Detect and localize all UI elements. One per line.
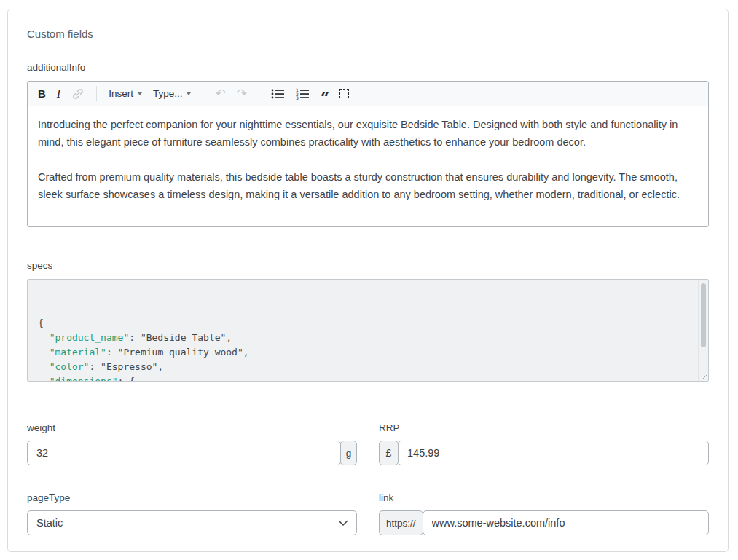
rich-text-content[interactable]: Introducing the perfect companion for yo… <box>28 106 708 226</box>
italic-button[interactable]: I <box>57 86 60 102</box>
link-input-group: https:// <box>379 510 709 535</box>
currency-prefix: £ <box>379 441 399 465</box>
link-input[interactable] <box>423 510 709 535</box>
rich-text-toolbar: B I Insert Type... <box>28 82 708 106</box>
weight-label: weight <box>27 422 357 434</box>
insert-dropdown[interactable]: Insert <box>109 86 142 102</box>
page-type-label: pageType <box>27 492 357 504</box>
field-link: link https:// <box>379 492 709 535</box>
rrp-input-group: £ <box>379 441 709 465</box>
paragraph: Introducing the perfect companion for yo… <box>38 116 698 151</box>
field-specs: specs { "product_name": "Bedside Table",… <box>27 260 709 382</box>
toolbar-divider <box>259 86 259 101</box>
link-label: link <box>379 492 709 504</box>
rich-text-editor: B I Insert Type... <box>27 81 709 227</box>
bullet-list-icon[interactable] <box>271 86 285 102</box>
specs-code-editor[interactable]: { "product_name": "Bedside Table", "mate… <box>27 279 709 382</box>
field-weight: weight g <box>27 422 357 465</box>
field-additional-info: additionalInfo B I Insert <box>27 62 709 227</box>
numbered-list-icon[interactable]: 123 <box>296 86 310 102</box>
toolbar-divider <box>203 86 203 101</box>
bold-button[interactable]: B <box>38 86 46 102</box>
scrollbar-thumb[interactable] <box>701 283 706 347</box>
weight-input[interactable] <box>27 441 341 465</box>
link-icon[interactable] <box>71 86 85 102</box>
paragraph: Crafted from premium quality materials, … <box>38 168 698 203</box>
weight-input-group: g <box>27 441 357 465</box>
field-rrp: RRP £ <box>379 422 709 465</box>
additional-info-label: additionalInfo <box>27 62 709 74</box>
pagetype-link-row: pageType Static link https:// <box>27 492 709 535</box>
type-dropdown[interactable]: Type... <box>153 86 192 102</box>
rrp-label: RRP <box>379 422 709 434</box>
blockquote-icon[interactable]: “ <box>321 90 329 106</box>
protocol-prefix: https:// <box>379 510 423 535</box>
weight-unit-suffix: g <box>340 441 357 465</box>
chevron-down-icon <box>138 92 142 95</box>
field-page-type: pageType Static <box>27 492 357 535</box>
panel-title: Custom fields <box>27 28 709 41</box>
undo-icon[interactable]: ↶ <box>215 86 225 102</box>
toolbar-divider <box>96 86 97 101</box>
page-type-select[interactable]: Static <box>27 510 357 535</box>
inline-block-icon[interactable] <box>339 86 349 102</box>
custom-fields-panel: Custom fields additionalInfo B I Insert <box>7 9 729 552</box>
specs-code: { "product_name": "Bedside Table", "mate… <box>38 316 689 382</box>
redo-icon[interactable]: ↷ <box>237 86 247 102</box>
svg-text:3: 3 <box>296 95 299 100</box>
code-scrollbar[interactable] <box>698 280 707 380</box>
page-type-select-wrap: Static <box>27 510 357 535</box>
weight-rrp-row: weight g RRP £ <box>27 422 709 465</box>
chevron-down-icon <box>187 92 191 95</box>
specs-label: specs <box>27 260 709 272</box>
rrp-input[interactable] <box>398 441 709 465</box>
